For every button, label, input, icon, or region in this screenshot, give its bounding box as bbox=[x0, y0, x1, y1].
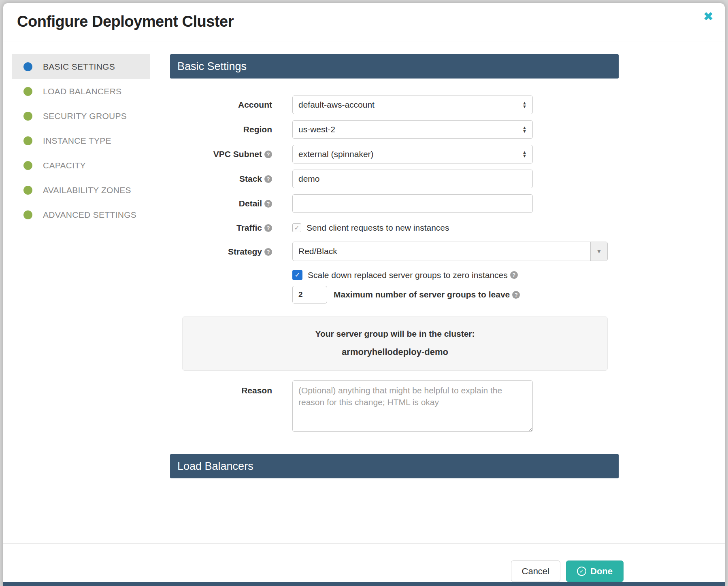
region-select-value: us-west-2 bbox=[298, 125, 335, 134]
vpc-subnet-label: VPC Subnet? bbox=[170, 149, 272, 159]
section-title: Basic Settings bbox=[177, 60, 247, 73]
strategy-select[interactable]: Red/Black ▼ bbox=[292, 242, 608, 261]
cancel-button[interactable]: Cancel bbox=[511, 561, 560, 582]
step-status-dot bbox=[23, 62, 32, 71]
traffic-row: Traffic? ✓ Send client requests to new i… bbox=[170, 223, 619, 233]
scale-down-row: ✓ Scale down replaced server groups to z… bbox=[292, 270, 619, 280]
stack-label: Stack? bbox=[170, 174, 272, 184]
step-status-dot bbox=[23, 136, 32, 145]
configure-deployment-cluster-modal: Configure Deployment Cluster ✖ BASIC SET… bbox=[3, 3, 725, 586]
account-select[interactable]: default-aws-account ▲▼ bbox=[292, 96, 533, 114]
modal-footer: Cancel ✓ Done bbox=[3, 544, 725, 582]
check-circle-icon: ✓ bbox=[577, 567, 586, 576]
step-status-dot bbox=[23, 112, 32, 121]
chevron-down-icon: ▼ bbox=[590, 242, 607, 261]
vpc-subnet-select-value: external (spinnaker) bbox=[298, 149, 374, 159]
help-icon[interactable]: ? bbox=[264, 200, 272, 208]
section-header-load-balancers: Load Balancers bbox=[170, 454, 619, 478]
detail-input[interactable] bbox=[292, 194, 533, 213]
max-server-groups-label: Maximum number of server groups to leave bbox=[334, 290, 510, 299]
max-server-groups-input[interactable] bbox=[292, 286, 327, 304]
region-select[interactable]: us-west-2 ▲▼ bbox=[292, 120, 533, 139]
sidebar-item-label: SECURITY GROUPS bbox=[43, 111, 127, 121]
done-button-label: Done bbox=[590, 566, 613, 577]
modal-header: Configure Deployment Cluster ✖ bbox=[3, 3, 725, 42]
scale-down-checkbox[interactable]: ✓ bbox=[292, 270, 302, 280]
strategy-row: Strategy? Red/Black ▼ bbox=[170, 242, 619, 261]
help-icon[interactable]: ? bbox=[264, 175, 272, 183]
sidebar-item-label: BASIC SETTINGS bbox=[43, 62, 115, 72]
wizard-sidebar: BASIC SETTINGS LOAD BALANCERS SECURITY G… bbox=[12, 54, 150, 543]
detail-label: Detail? bbox=[170, 198, 272, 208]
strategy-select-value: Red/Black bbox=[293, 242, 590, 261]
help-icon[interactable]: ? bbox=[512, 291, 520, 299]
detail-row: Detail? bbox=[170, 194, 619, 213]
help-icon[interactable]: ? bbox=[264, 151, 272, 158]
sidebar-item-advanced-settings[interactable]: ADVANCED SETTINGS bbox=[12, 202, 150, 227]
sidebar-item-label: CAPACITY bbox=[43, 161, 86, 170]
select-arrows-icon: ▲▼ bbox=[522, 126, 527, 133]
step-status-dot bbox=[23, 186, 32, 195]
traffic-checkbox-label: Send client requests to new instances bbox=[307, 223, 449, 233]
vpc-subnet-row: VPC Subnet? external (spinnaker) ▲▼ bbox=[170, 145, 619, 163]
close-icon[interactable]: ✖ bbox=[703, 11, 713, 23]
section-header-basic-settings: Basic Settings bbox=[170, 54, 619, 79]
region-label: Region bbox=[170, 124, 272, 134]
sidebar-item-label: ADVANCED SETTINGS bbox=[43, 210, 136, 220]
done-button[interactable]: ✓ Done bbox=[566, 561, 624, 582]
main-panel: Basic Settings Account default-aws-accou… bbox=[170, 54, 619, 543]
sidebar-item-availability-zones[interactable]: AVAILABILITY ZONES bbox=[12, 178, 150, 202]
select-arrows-icon: ▲▼ bbox=[522, 151, 527, 158]
reason-label: Reason bbox=[170, 380, 272, 395]
max-server-groups-row: Maximum number of server groups to leave… bbox=[292, 286, 619, 304]
sidebar-item-label: AVAILABILITY ZONES bbox=[43, 185, 131, 195]
sidebar-item-security-groups[interactable]: SECURITY GROUPS bbox=[12, 104, 150, 128]
cluster-name: armoryhellodeploy-demo bbox=[191, 347, 599, 357]
scale-down-label: Scale down replaced server groups to zer… bbox=[308, 270, 508, 280]
account-select-value: default-aws-account bbox=[298, 100, 375, 110]
sidebar-item-label: LOAD BALANCERS bbox=[43, 87, 121, 96]
basic-settings-form: Account default-aws-account ▲▼ Region us… bbox=[170, 96, 619, 432]
cluster-info-text: Your server group will be in the cluster… bbox=[191, 329, 599, 339]
sidebar-item-capacity[interactable]: CAPACITY bbox=[12, 153, 150, 178]
help-icon[interactable]: ? bbox=[510, 271, 518, 279]
sidebar-item-basic-settings[interactable]: BASIC SETTINGS bbox=[12, 54, 150, 79]
traffic-checkbox[interactable]: ✓ bbox=[292, 223, 301, 232]
traffic-label: Traffic? bbox=[170, 223, 272, 233]
stack-row: Stack? bbox=[170, 170, 619, 188]
modal-title: Configure Deployment Cluster bbox=[17, 13, 711, 30]
section-title: Load Balancers bbox=[177, 460, 253, 473]
cluster-info-box: Your server group will be in the cluster… bbox=[182, 316, 608, 371]
reason-textarea[interactable] bbox=[292, 380, 533, 432]
account-row: Account default-aws-account ▲▼ bbox=[170, 96, 619, 114]
modal-body: BASIC SETTINGS LOAD BALANCERS SECURITY G… bbox=[3, 42, 725, 544]
sidebar-item-label: INSTANCE TYPE bbox=[43, 136, 111, 146]
vpc-subnet-select[interactable]: external (spinnaker) ▲▼ bbox=[292, 145, 533, 163]
account-label: Account bbox=[170, 100, 272, 110]
traffic-checkbox-group: ✓ Send client requests to new instances bbox=[292, 223, 449, 233]
select-arrows-icon: ▲▼ bbox=[522, 101, 527, 108]
stack-input[interactable] bbox=[292, 170, 533, 188]
step-status-dot bbox=[23, 161, 32, 170]
sidebar-item-instance-type[interactable]: INSTANCE TYPE bbox=[12, 128, 150, 153]
strategy-label: Strategy? bbox=[170, 246, 272, 257]
help-icon[interactable]: ? bbox=[264, 248, 272, 256]
step-status-dot bbox=[23, 210, 32, 219]
bottom-section-bar bbox=[3, 582, 725, 586]
help-icon[interactable]: ? bbox=[264, 224, 272, 232]
reason-row: Reason bbox=[170, 380, 619, 432]
region-row: Region us-west-2 ▲▼ bbox=[170, 120, 619, 139]
step-status-dot bbox=[23, 87, 32, 96]
sidebar-item-load-balancers[interactable]: LOAD BALANCERS bbox=[12, 79, 150, 104]
